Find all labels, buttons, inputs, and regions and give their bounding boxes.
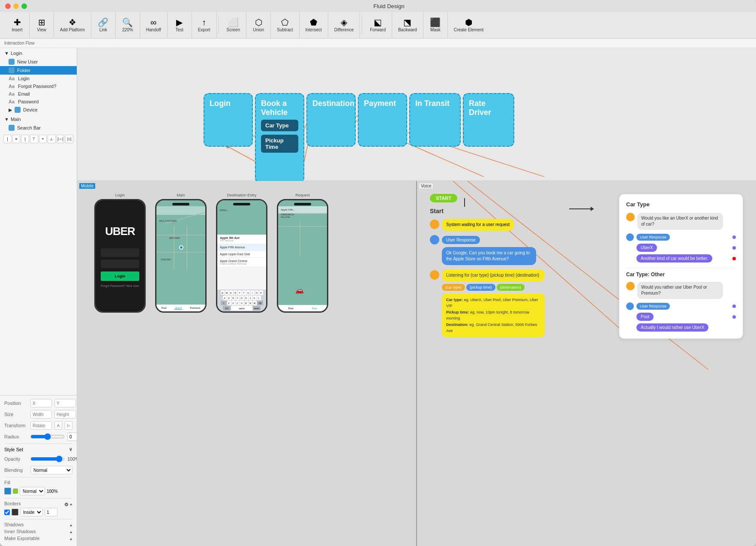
distribute-v-button[interactable]: |↕| — [65, 135, 73, 143]
key-k[interactable]: K — [253, 296, 257, 300]
border-type-select[interactable]: Inside — [20, 508, 43, 516]
search-result-4[interactable]: Apple Grand Central Grand Central Termin… — [217, 258, 266, 267]
key-return[interactable]: return — [253, 306, 261, 311]
search-result-2[interactable]: Apple Fifth Avenue — [217, 244, 266, 251]
screen-transit[interactable]: In Transit — [409, 93, 461, 147]
test-button[interactable]: ▶ Test — [171, 16, 188, 34]
align-bottom-button[interactable]: ⊥ — [48, 135, 56, 143]
key-123[interactable]: 123 — [223, 306, 231, 311]
uberx-option[interactable]: UberX — [174, 307, 182, 310]
style-set-chevron[interactable]: ∨ — [69, 446, 72, 452]
handoff-button[interactable]: ∞ Handoff — [144, 16, 164, 34]
fill-mode-select[interactable]: Normal — [20, 487, 45, 495]
border-width-input[interactable] — [45, 508, 57, 516]
screen-button[interactable]: ⬜ Screen — [224, 16, 243, 34]
sidebar-item-search-bar[interactable]: Search Bar — [0, 124, 77, 132]
screen-destination[interactable]: Destination — [306, 93, 356, 147]
key-p[interactable]: P — [259, 290, 263, 295]
sidebar-item-folder[interactable]: Folder — [0, 66, 77, 75]
key-u[interactable]: U — [246, 290, 250, 295]
key-x[interactable]: X — [231, 301, 235, 305]
sidebar-item-login[interactable]: Aa Login — [0, 75, 77, 82]
flip-h-button[interactable]: A — [54, 421, 62, 430]
backward-button[interactable]: ⬔ Backward — [396, 16, 420, 34]
key-y[interactable]: Y — [242, 290, 246, 295]
blending-select[interactable]: Normal — [30, 466, 72, 474]
new-user-link[interactable]: New User — [126, 284, 139, 287]
forward-button[interactable]: ⬕ Forward — [367, 16, 388, 34]
radius-slider[interactable] — [30, 432, 65, 441]
key-h[interactable]: H — [244, 296, 248, 300]
key-t[interactable]: T — [238, 290, 242, 295]
difference-button[interactable]: ◈ Difference — [332, 16, 356, 34]
sidebar-item-password[interactable]: Aa Password — [0, 98, 77, 106]
close-button[interactable] — [5, 3, 11, 9]
login-btn[interactable]: Login — [101, 271, 139, 281]
request-search-bar[interactable]: Apple Fifth... — [278, 206, 327, 213]
password-field[interactable] — [101, 259, 139, 268]
radius-value[interactable] — [67, 432, 77, 441]
key-o[interactable]: O — [255, 290, 259, 295]
sidebar-item-device[interactable]: ▶ Device — [0, 106, 77, 114]
width-input[interactable] — [30, 410, 52, 419]
search-result-3[interactable]: Apple Upper East Side — [217, 251, 266, 258]
border-checkbox[interactable] — [4, 510, 10, 515]
height-input[interactable] — [54, 410, 76, 419]
intersect-button[interactable]: ⬟ Intersect — [303, 16, 324, 34]
minimize-button[interactable] — [13, 3, 19, 9]
screen-rate[interactable]: Rate Driver — [463, 93, 514, 147]
key-d[interactable]: D — [231, 296, 235, 300]
border-color-swatch[interactable] — [12, 509, 18, 516]
screen-book[interactable]: Book aVehicle Car Type PickupTime — [255, 93, 304, 183]
key-space[interactable]: space — [231, 306, 252, 311]
create-element-button[interactable]: ⬢ Create Element — [451, 16, 486, 34]
req-pool-active[interactable]: Pool — [312, 307, 317, 310]
zoom-button[interactable]: 🔍 220% — [119, 16, 136, 34]
key-q[interactable]: Q — [221, 290, 225, 295]
sidebar-item-forgot[interactable]: Aa Forgot Password? — [0, 82, 77, 90]
key-a[interactable]: A — [223, 296, 227, 300]
forgot-link[interactable]: Forgot Password? — [101, 284, 125, 287]
add-platform-button[interactable]: ❖ Add Platform — [57, 16, 87, 34]
key-z[interactable]: Z — [227, 301, 231, 305]
key-e[interactable]: E — [229, 290, 233, 295]
link-button[interactable]: 🔗 Link — [95, 16, 112, 34]
car-type-subbox[interactable]: Car Type — [261, 120, 298, 131]
sidebar-section-login[interactable]: ▼ Login — [0, 48, 77, 57]
fill-color-2-swatch[interactable] — [13, 489, 18, 494]
req-pool[interactable]: Pool — [288, 307, 293, 310]
insert-button[interactable]: ✚ Insert — [9, 16, 26, 34]
pool-option[interactable]: Pool — [161, 307, 166, 310]
key-f[interactable]: F — [236, 296, 240, 300]
shadows-add-icon[interactable]: + — [70, 523, 72, 528]
borders-settings-icon[interactable]: ⚙ + — [64, 502, 72, 507]
pickup-time-subbox[interactable]: PickupTime — [261, 135, 298, 153]
rotate-input[interactable] — [30, 421, 52, 430]
mask-button[interactable]: ⬛ Mask — [427, 16, 444, 34]
sidebar-item-new-user[interactable]: New User — [0, 57, 77, 66]
sidebar-item-email[interactable]: Aa Email — [0, 90, 77, 98]
key-w[interactable]: W — [225, 290, 229, 295]
key-i[interactable]: I — [251, 290, 255, 295]
flip-v-button[interactable]: ▷ — [65, 421, 72, 430]
align-left-button[interactable]: | — [3, 135, 12, 143]
export-button[interactable]: ↑ Export — [195, 16, 213, 34]
key-shift[interactable]: ⇧ — [221, 301, 227, 305]
username-field[interactable] — [101, 248, 139, 257]
key-l[interactable]: L — [257, 296, 261, 300]
fill-color-swatch[interactable] — [4, 488, 11, 495]
key-b[interactable]: B — [244, 301, 248, 305]
screen-payment[interactable]: Payment — [358, 93, 407, 147]
align-right-button[interactable]: | — [21, 135, 29, 143]
premium-option[interactable]: Premium — [190, 307, 200, 310]
inner-shadows-add-icon[interactable]: + — [70, 530, 72, 535]
key-g[interactable]: G — [240, 296, 244, 300]
exportable-add-icon[interactable]: + — [70, 537, 72, 542]
union-button[interactable]: ⬡ Union — [250, 16, 267, 34]
subtract-button[interactable]: ⬠ Subtract — [274, 16, 295, 34]
key-m[interactable]: M — [253, 301, 257, 305]
align-center-v-button[interactable]: + — [39, 135, 47, 143]
position-y-input[interactable] — [54, 399, 76, 407]
key-r[interactable]: R — [234, 290, 237, 295]
align-center-h-button[interactable]: ≡ — [12, 135, 21, 143]
